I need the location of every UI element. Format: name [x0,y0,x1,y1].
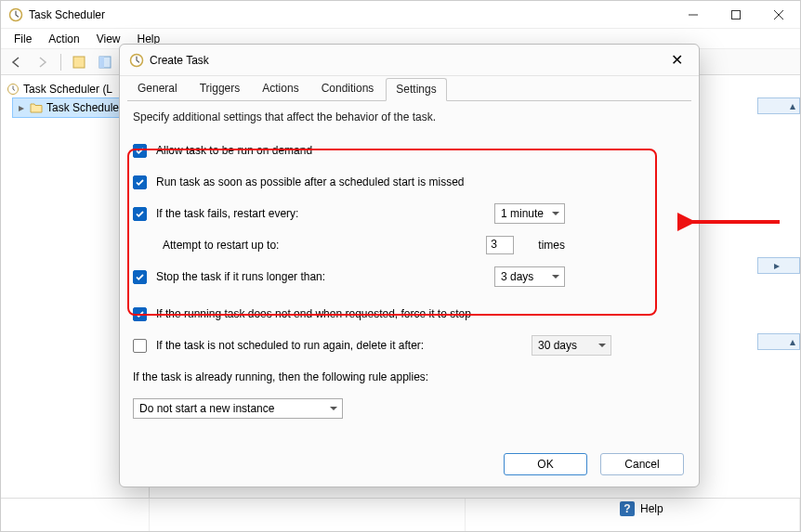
titlebar: Task Scheduler [1,1,800,29]
attempt-label: Attempt to restart up to: [163,239,279,252]
tab-actions[interactable]: Actions [252,77,309,100]
svg-rect-4 [99,57,104,68]
delete-after-select: 30 days [532,335,611,356]
minimize-button[interactable] [672,1,715,29]
restart-interval-select[interactable]: 1 minute [494,203,565,224]
nav-back-button[interactable] [7,52,27,72]
clock-icon [7,83,20,96]
strip-expand-2[interactable]: ▴ [757,333,800,350]
fail-restart-checkbox[interactable] [133,207,147,221]
svg-rect-1 [732,10,741,19]
tab-triggers[interactable]: Triggers [190,77,251,100]
force-stop-checkbox[interactable] [133,307,147,321]
window-title: Task Scheduler [29,8,105,21]
tab-general[interactable]: General [127,77,188,100]
menu-action[interactable]: Action [41,31,86,47]
dialog-titlebar: Create Task ✕ [120,45,699,76]
close-button[interactable] [757,1,800,29]
app-icon [8,7,23,22]
folder-icon [30,101,43,114]
rule-label: If the task is already running, then the… [133,370,428,383]
settings-form: Allow task to be run on demand Run task … [120,127,699,424]
attempt-count-input[interactable]: 3 [486,236,514,254]
tab-conditions[interactable]: Conditions [311,77,385,100]
tree-library-label: Task Schedule [46,101,119,114]
tree-root-label: Task Scheduler (L [23,83,112,96]
actions-strip: ▴ ▸ ▴ [755,77,800,531]
fail-restart-label: If the task fails, restart every: [156,207,298,220]
stop-longer-label: Stop the task if it runs longer than: [156,270,325,283]
cancel-button[interactable]: Cancel [600,453,684,475]
status-bar [1,498,800,531]
nav-forward-button[interactable] [33,52,53,72]
toolbar-panel-icon[interactable] [95,52,115,72]
toolbar-action-icon[interactable] [69,52,89,72]
allow-demand-checkbox[interactable] [133,144,147,158]
strip-expand-1[interactable]: ▴ [757,97,800,114]
dialog-buttons: OK Cancel [504,453,684,475]
delete-after-checkbox[interactable] [133,339,147,353]
run-asap-checkbox[interactable] [133,175,147,189]
force-stop-label: If the running task does not end when re… [156,307,471,320]
settings-description: Specify additional settings that affect … [120,101,699,127]
rule-select[interactable]: Do not start a new instance [133,398,343,419]
svg-rect-2 [73,57,85,68]
dialog-close-button[interactable]: ✕ [663,47,689,73]
maximize-button[interactable] [715,1,757,29]
create-task-dialog: Create Task ✕ General Triggers Actions C… [119,44,700,487]
allow-demand-label: Allow task to be run on demand [156,144,312,157]
expand-icon[interactable]: ▸ [19,101,26,114]
stop-longer-checkbox[interactable] [133,270,147,284]
menu-file[interactable]: File [7,31,39,47]
stop-duration-select[interactable]: 3 days [494,266,565,287]
tab-settings[interactable]: Settings [386,78,446,101]
run-asap-label: Run task as soon as possible after a sch… [156,175,465,188]
dialog-title: Create Task [150,54,209,67]
dialog-tabs: General Triggers Actions Conditions Sett… [120,76,699,100]
strip-more[interactable]: ▸ [757,257,800,274]
annotation-arrow [677,208,789,236]
delete-after-label: If the task is not scheduled to run agai… [156,339,424,352]
ok-button[interactable]: OK [504,453,587,475]
dialog-icon [129,53,144,68]
attempt-suffix: times [538,239,565,252]
task-scheduler-window: Task Scheduler File Action View Help ? T… [0,0,801,532]
